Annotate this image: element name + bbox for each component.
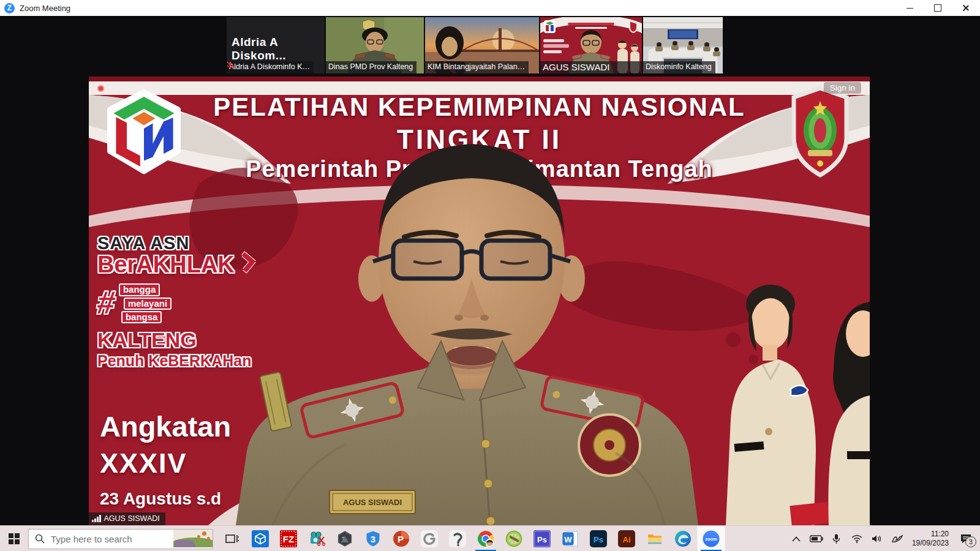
participant-name-text: Dinas PMD Prov Kalteng: [328, 62, 413, 72]
recording-dot-icon: [97, 85, 104, 92]
hexagon-app-button[interactable]: [331, 526, 359, 551]
participant-tile-agus-active-speaker[interactable]: AGUS SISWADI: [540, 17, 642, 73]
svg-text:Ai: Ai: [623, 535, 631, 544]
participant-name-text: AGUS SISWADI: [543, 62, 609, 72]
tray-pen-button[interactable]: [889, 530, 905, 548]
tray-date: 19/09/2023: [912, 539, 949, 548]
system-tray: 11:20 19/09/2023 3: [788, 530, 980, 548]
close-icon: [962, 4, 970, 12]
window-title: Zoom Meeting: [20, 4, 70, 13]
participant-avatar-name: Aldria A Diskom...: [232, 36, 325, 62]
start-button[interactable]: [0, 526, 28, 551]
tray-chevron-up-button[interactable]: [788, 530, 804, 548]
illustrator-app-button[interactable]: Ai: [612, 526, 641, 551]
tray-clock[interactable]: 11:20 19/09/2023: [910, 530, 951, 548]
participant-name-label: AGUS SISWADI: [540, 61, 642, 73]
tray-microphone-button[interactable]: [829, 530, 845, 548]
participant-tile-diskominfo[interactable]: Diskominfo Kalteng: [643, 17, 723, 73]
speaker-icon: [872, 534, 882, 543]
participant-name-label: KIM Bintangjayaitah Palan…: [425, 61, 529, 73]
three-shield-app-button[interactable]: 3: [359, 526, 387, 551]
chrome-app-button[interactable]: [472, 526, 500, 551]
speaker-name-text: AGUS SISWADI: [104, 514, 160, 523]
3d-cube-icon: [252, 530, 269, 547]
notification-center-button[interactable]: 3: [956, 530, 976, 548]
participant-name-label: Aldria A Diskominfo K…: [227, 61, 314, 73]
photoshop-legacy-icon: Ps: [533, 530, 551, 547]
pen-ink-icon: [891, 534, 903, 543]
photoshop-app-button[interactable]: Ps: [584, 526, 612, 551]
wifi-icon: [851, 534, 862, 543]
svg-text:Ps: Ps: [537, 535, 547, 544]
active-speaker-video: PELATIHAN KEPEMIMPINAN NASIONAL TINGKAT …: [89, 77, 870, 525]
participant-tile-dinas-pmd[interactable]: Dinas PMD Prov Kalteng: [326, 17, 424, 73]
lime-app-button[interactable]: [500, 526, 528, 551]
participant-name-text: KIM Bintangjayaitah Palan…: [428, 62, 525, 72]
svg-text:FZ: FZ: [283, 534, 294, 544]
search-box-daily-art: [173, 530, 213, 547]
svg-text:W: W: [564, 535, 572, 544]
recording-indicator: Recording: [97, 84, 144, 92]
word-app-button[interactable]: W: [556, 526, 584, 551]
file-explorer-app-button[interactable]: [641, 526, 669, 551]
clip-curve-icon: [449, 530, 466, 547]
zoom-app-icon: Z: [4, 3, 15, 13]
maximize-button[interactable]: [924, 0, 952, 16]
chevron-up-icon: [792, 536, 801, 542]
file-explorer-icon: [646, 530, 663, 547]
window-controls: [895, 0, 980, 16]
sign-in-button[interactable]: Sign in: [824, 82, 861, 94]
3d-viewer-app-button[interactable]: [246, 526, 274, 551]
video-cutter-icon: [308, 530, 325, 547]
filezilla-app-button[interactable]: FZ: [274, 526, 303, 551]
search-icon: [35, 534, 45, 544]
notification-count-badge: 3: [965, 536, 976, 547]
speaker-figure: AGUS SISWADI: [89, 77, 870, 525]
muted-mic-icon: [227, 61, 234, 69]
recording-label: Recording: [109, 84, 144, 92]
participant-name-label: Dinas PMD Prov Kalteng: [326, 61, 417, 73]
svg-text:P: P: [398, 534, 404, 544]
gom-app-button[interactable]: [415, 526, 443, 551]
windows-taskbar: FZ 3: [0, 525, 980, 551]
task-view-button[interactable]: [218, 526, 246, 551]
tray-wifi-button[interactable]: [849, 530, 865, 548]
svg-text:zoom: zoom: [705, 536, 717, 542]
search-input[interactable]: [50, 533, 168, 545]
gom-spiral-icon: [421, 530, 438, 547]
word-icon: W: [562, 530, 579, 547]
zoom-meeting-window: Z Zoom Meeting Aldria A Diskom...: [0, 0, 980, 551]
edge-app-button[interactable]: [669, 526, 697, 551]
hexagon-app-icon: [336, 530, 353, 547]
participant-name-label: Diskominfo Kalteng: [643, 61, 715, 73]
chrome-icon: [477, 530, 494, 547]
clip-app-button[interactable]: [443, 526, 472, 551]
illustrator-icon: Ai: [618, 530, 635, 547]
tray-time: 11:20: [912, 530, 949, 539]
participant-name-text: Diskominfo Kalteng: [646, 62, 712, 72]
svg-text:3: 3: [371, 534, 375, 544]
minimize-icon: [907, 8, 913, 9]
zoom-taskbar-button[interactable]: zoom: [697, 526, 725, 551]
uniform-name-badge: AGUS SISWADI: [343, 498, 402, 507]
tray-volume-button[interactable]: [869, 530, 885, 548]
edge-icon: [674, 530, 692, 547]
photoshop-icon: Ps: [590, 530, 607, 547]
photoshop-legacy-app-button[interactable]: Ps: [528, 526, 556, 551]
title-bar: Z Zoom Meeting: [0, 0, 980, 16]
participant-tile-aldria[interactable]: Aldria A Diskom... Aldria A Diskominfo K…: [227, 17, 325, 73]
taskbar-search-box[interactable]: [28, 529, 213, 549]
powerpoint-app-button[interactable]: P: [387, 526, 415, 551]
close-button[interactable]: [952, 0, 980, 16]
participant-tile-kim[interactable]: KIM Bintangjayaitah Palan…: [425, 17, 539, 73]
svg-text:Ps: Ps: [594, 535, 603, 544]
zoom-icon: zoom: [702, 530, 720, 548]
tray-battery-button[interactable]: [809, 530, 824, 548]
video-cutter-app-button[interactable]: [303, 526, 331, 551]
minimize-button[interactable]: [895, 0, 924, 16]
microphone-icon: [832, 534, 840, 544]
three-shield-icon: 3: [364, 530, 382, 547]
speaker-name-label: AGUS SISWADI: [89, 512, 165, 525]
participant-name-text: Aldria A Diskominfo K…: [229, 62, 310, 72]
battery-icon: [810, 535, 823, 542]
